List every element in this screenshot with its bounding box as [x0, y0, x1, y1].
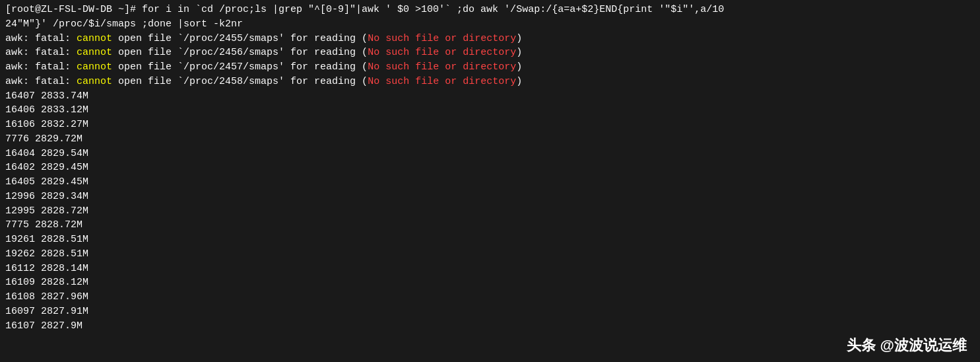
terminal-output: [root@ZL-FSL-DW-DB ~]# for i in `cd /pro… [0, 0, 980, 336]
terminal-line: 16402 2829.45M [5, 161, 975, 175]
terminal-line: 16404 2829.54M [5, 147, 975, 161]
terminal-line: 19261 2828.51M [5, 233, 975, 247]
terminal-line: 12995 2828.72M [5, 204, 975, 219]
terminal-line: 12996 2829.34M [5, 190, 975, 204]
terminal-line: 16107 2827.9M [5, 319, 975, 334]
terminal-line: 16097 2827.91M [5, 305, 975, 319]
terminal-line: 7775 2828.72M [5, 218, 975, 233]
terminal-line: 16406 2833.12M [5, 103, 975, 118]
terminal-line: 16112 2828.14M [5, 262, 975, 276]
terminal-line: awk: fatal: cannot open file `/proc/2456… [5, 46, 975, 60]
terminal-line: 16108 2827.96M [5, 290, 975, 305]
watermark: 头条 @波波说运维 [847, 336, 967, 355]
terminal-line: 24"M"}' /proc/$i/smaps ;done |sort -k2nr [5, 17, 975, 32]
terminal-line: 16106 2832.27M [5, 118, 975, 132]
terminal-line: 16109 2828.12M [5, 275, 975, 290]
terminal-line: [root@ZL-FSL-DW-DB ~]# for i in `cd /pro… [5, 3, 975, 17]
terminal-line: awk: fatal: cannot open file `/proc/2457… [5, 60, 975, 75]
terminal-line: 19262 2828.51M [5, 247, 975, 262]
terminal-line: 7776 2829.72M [5, 132, 975, 147]
terminal-line: awk: fatal: cannot open file `/proc/2455… [5, 32, 975, 46]
terminal-line: awk: fatal: cannot open file `/proc/2458… [5, 75, 975, 89]
terminal-line: 16405 2829.45M [5, 175, 975, 190]
terminal-line: 16407 2833.74M [5, 89, 975, 104]
